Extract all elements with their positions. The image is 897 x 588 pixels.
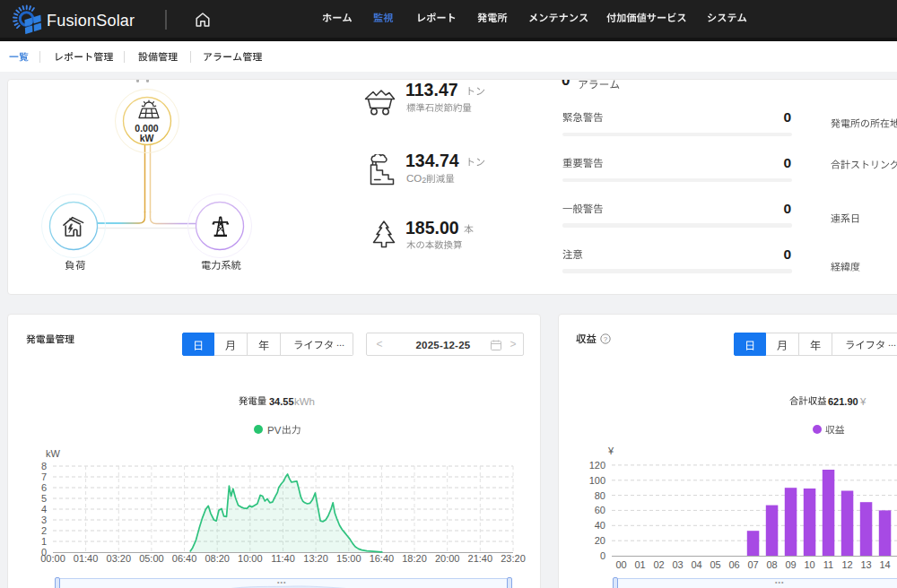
svg-text:80: 80 (595, 490, 605, 501)
svg-text:00:00: 00:00 (40, 553, 65, 564)
svg-text:11: 11 (823, 559, 833, 570)
svg-text:100: 100 (589, 475, 605, 486)
svg-text:6: 6 (41, 482, 47, 493)
svg-text:¥: ¥ (607, 445, 614, 456)
svg-text:3: 3 (41, 514, 47, 525)
svg-text:09: 09 (785, 559, 796, 570)
svg-text:11:40: 11:40 (271, 553, 295, 564)
svg-text:02: 02 (653, 559, 664, 570)
svg-text:15:00: 15:00 (336, 553, 361, 564)
svg-text:14: 14 (879, 559, 890, 570)
svg-text:08: 08 (766, 559, 777, 570)
svg-text:08:20: 08:20 (205, 553, 230, 564)
svg-text:04: 04 (691, 559, 701, 570)
svg-text:21:40: 21:40 (468, 553, 493, 564)
svg-text:4: 4 (41, 504, 47, 514)
svg-text:?: ? (604, 334, 608, 342)
svg-text:23:20: 23:20 (501, 553, 526, 564)
svg-text:60: 60 (595, 505, 605, 515)
svg-text:20: 20 (595, 535, 605, 546)
svg-text:03: 03 (672, 559, 683, 570)
svg-text:00: 00 (615, 559, 626, 570)
svg-text:kW: kW (46, 448, 61, 459)
svg-text:0: 0 (600, 550, 605, 561)
svg-text:01: 01 (634, 559, 645, 570)
svg-text:05:00: 05:00 (139, 553, 164, 564)
svg-text:10:00: 10:00 (238, 553, 263, 564)
svg-text:120: 120 (589, 460, 605, 471)
svg-text:13: 13 (860, 559, 871, 570)
svg-text:01:40: 01:40 (74, 553, 99, 564)
svg-text:5: 5 (41, 493, 47, 504)
svg-text:20:00: 20:00 (435, 553, 460, 564)
svg-text:06: 06 (728, 559, 739, 570)
svg-text:06:40: 06:40 (172, 553, 197, 564)
svg-text:12: 12 (841, 559, 852, 570)
svg-text:1: 1 (41, 536, 47, 547)
svg-text:13:20: 13:20 (303, 553, 328, 564)
svg-text:03:20: 03:20 (107, 553, 132, 564)
svg-text:07: 07 (747, 559, 758, 570)
svg-text:10: 10 (804, 559, 814, 570)
svg-text:40: 40 (595, 520, 605, 531)
svg-text:7: 7 (41, 471, 47, 482)
svg-text:05: 05 (710, 559, 720, 570)
svg-text:2: 2 (41, 525, 47, 536)
svg-text:18:20: 18:20 (402, 553, 427, 564)
svg-text:16:40: 16:40 (370, 553, 395, 564)
svg-text:8: 8 (41, 461, 47, 471)
